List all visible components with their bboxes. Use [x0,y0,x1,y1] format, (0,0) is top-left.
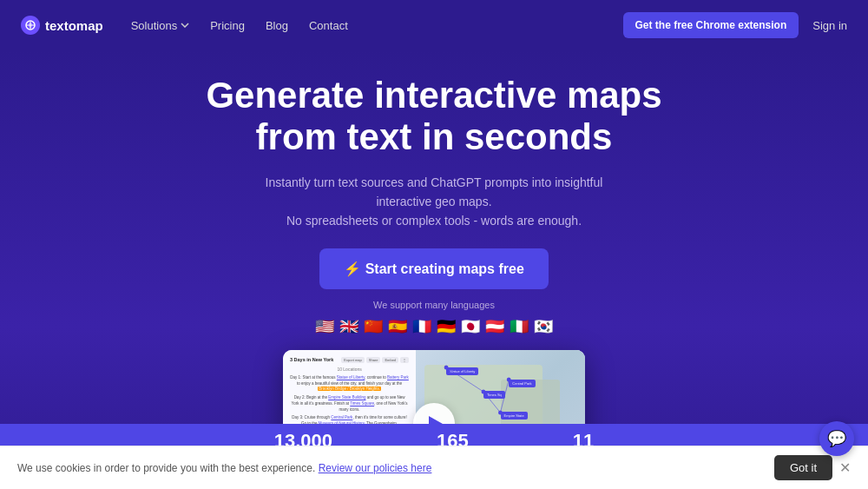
logo-icon [21,16,40,35]
flag-it: 🇮🇹 [510,317,529,336]
map-pin-3: Empire State [501,412,528,420]
nav-pricing[interactable]: Pricing [210,19,245,32]
nav-blog[interactable]: Blog [266,19,288,32]
cookie-banner: We use cookies in order to provide you w… [0,446,868,489]
flag-kr: 🇰🇷 [534,317,553,336]
nav-solutions[interactable]: Solutions [131,19,189,32]
hero-heading: Generate interactive maps from text in s… [17,75,851,159]
flag-us: 🇺🇸 [315,317,334,336]
map-pin-1: Statue of Liberty [446,367,478,375]
logo[interactable]: textomap [21,16,103,35]
cookie-text: We use cookies in order to provide you w… [17,462,760,474]
support-languages-text: We support many languages [17,300,851,310]
flag-gb: 🇬🇧 [339,317,358,336]
more-btn[interactable]: ⋮ [400,357,409,363]
nav-links: Solutions Pricing Blog Contact [131,19,623,32]
cookie-policy-link[interactable]: Review our policies here [319,462,432,474]
signin-button[interactable]: Sign in [812,19,847,32]
chat-bubble-button[interactable]: 💬 [819,421,854,456]
flag-de: 🇩🇪 [437,317,456,336]
video-title: 3 Days in New York [290,357,333,362]
day1-text: Day 1: Start at the famous Statue of Lib… [290,375,409,393]
flag-fr: 🇫🇷 [412,317,431,336]
day2-text: Day 2: Begin at the Empire State Buildin… [290,395,409,413]
chrome-extension-button[interactable]: Get the free Chrome extension [623,12,799,38]
flag-at: 🇦🇹 [485,317,504,336]
chat-icon: 💬 [827,429,846,448]
nav-right: Get the free Chrome extension Sign in [623,12,847,38]
share-btn[interactable]: Share [366,357,381,363]
embed-btn[interactable]: Embed [382,357,398,363]
export-map-btn[interactable]: Export map [341,357,364,363]
language-flags: 🇺🇸 🇬🇧 🇨🇳 🇪🇸 🇫🇷 🇩🇪 🇯🇵 🇦🇹 🇮🇹 🇰🇷 [17,317,851,336]
cookie-close-button[interactable]: ✕ [839,459,851,476]
logo-text: textomap [45,18,103,33]
start-creating-button[interactable]: ⚡ Start creating maps free [319,248,549,289]
flag-jp: 🇯🇵 [461,317,480,336]
map-pin-4: Central Park [509,380,535,387]
flag-es: 🇪🇸 [388,317,407,336]
flag-cn: 🇨🇳 [364,317,383,336]
locations-count: 10 Locations [290,367,409,372]
hero-subtitle: Instantly turn text sources and ChatGPT … [243,173,625,231]
nav-contact[interactable]: Contact [309,19,348,32]
navbar: textomap Solutions Pricing Blog Contact … [0,0,868,50]
cookie-accept-button[interactable]: Got it [774,455,832,480]
map-pin-2: Times Sq [483,391,505,399]
